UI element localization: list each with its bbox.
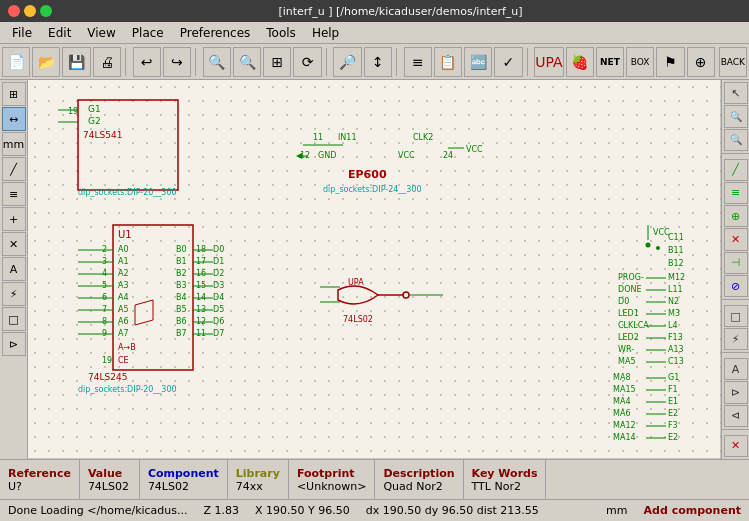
svg-text:B6: B6	[176, 317, 187, 326]
move-tool[interactable]: ↔	[2, 107, 26, 131]
redo-button[interactable]: ↪	[163, 47, 191, 77]
svg-point-86	[403, 292, 409, 298]
svg-text:D0: D0	[618, 297, 629, 306]
menu-edit[interactable]: Edit	[40, 24, 79, 42]
svg-text:B4: B4	[176, 293, 187, 302]
svg-text:WR-: WR-	[618, 345, 634, 354]
netlist-button[interactable]: ≡	[404, 47, 432, 77]
undo-button[interactable]: ↩	[133, 47, 161, 77]
bom-button[interactable]: 📋	[434, 47, 462, 77]
right-side-components: VCC C11 B11 B12 PROG- M12 DONE L11 D0 N2	[613, 225, 685, 442]
svg-text:B7: B7	[176, 329, 187, 338]
unit-indicator: mm	[602, 504, 631, 517]
svg-text:M12: M12	[668, 273, 685, 282]
junction-rt-button[interactable]: ⊕	[724, 205, 748, 227]
svg-text:A7: A7	[118, 329, 129, 338]
zoom-fit-button[interactable]: ⊞	[263, 47, 291, 77]
menu-view[interactable]: View	[79, 24, 123, 42]
svg-text:D7: D7	[213, 329, 224, 338]
back-button[interactable]: BACK	[719, 47, 747, 77]
svg-text:A1: A1	[118, 257, 129, 266]
keywords-label: Key Words	[472, 467, 538, 480]
component-rt-button[interactable]: □	[724, 305, 748, 327]
box-button[interactable]: BOX	[626, 47, 654, 77]
minimize-button[interactable]	[24, 5, 36, 17]
svg-text:MA14: MA14	[613, 433, 636, 442]
zoom-out-rt-button[interactable]: 🔍	[724, 129, 748, 151]
delete-rt-button[interactable]: ✕	[724, 435, 748, 457]
menu-preferences[interactable]: Preferences	[172, 24, 259, 42]
menu-help[interactable]: Help	[304, 24, 347, 42]
status-library: Library 74xx	[228, 460, 289, 499]
new-button[interactable]: 📄	[2, 47, 30, 77]
label-tool[interactable]: A	[2, 257, 26, 281]
power-tool[interactable]: ⚡	[2, 282, 26, 306]
netflag-tool[interactable]: ⊳	[2, 332, 26, 356]
xy-coords: X 190.50 Y 96.50	[251, 504, 354, 517]
zoom-in-rt-button[interactable]: 🔍	[724, 105, 748, 127]
hier-label-rt-button[interactable]: ⊲	[724, 405, 748, 427]
status-footprint: Footprint <Unknown>	[289, 460, 376, 499]
print-button[interactable]: 🖨	[93, 47, 121, 77]
highlight-button[interactable]: UPA	[534, 47, 563, 77]
svg-text:G1: G1	[668, 373, 679, 382]
svg-text:N2: N2	[668, 297, 679, 306]
annotate-button[interactable]: 🔤	[464, 47, 492, 77]
svg-text:19: 19	[102, 356, 112, 365]
noconnect-tool[interactable]: ✕	[2, 232, 26, 256]
wire-tool[interactable]: ╱	[2, 157, 26, 181]
window-controls[interactable]	[8, 5, 52, 17]
svg-text:MA5: MA5	[618, 357, 635, 366]
svg-text:C11: C11	[668, 233, 684, 242]
component-tool[interactable]: □	[2, 307, 26, 331]
select-tool[interactable]: ⊞	[2, 82, 26, 106]
zoom-out-button[interactable]: 🔍	[233, 47, 261, 77]
component-74ls02: UPA 74LS02	[320, 278, 443, 324]
toolbar-sep-1	[125, 48, 129, 76]
svg-point-98	[656, 246, 660, 250]
find-replace-button[interactable]: ↕	[364, 47, 392, 77]
zoom-redraw-button[interactable]: ⟳	[293, 47, 321, 77]
left-toolbar: ⊞ ↔ mm ╱ ≡ + ✕ A ⚡ □ ⊳	[0, 80, 28, 459]
bus-tool[interactable]: ≡	[2, 182, 26, 206]
net-button[interactable]: NET	[596, 47, 624, 77]
menu-tools[interactable]: Tools	[258, 24, 304, 42]
measure-tool[interactable]: mm	[2, 132, 26, 156]
raspberry-button[interactable]: 🍓	[566, 47, 594, 77]
menu-place[interactable]: Place	[124, 24, 172, 42]
maximize-button[interactable]	[40, 5, 52, 17]
text-rt-button[interactable]: A	[724, 358, 748, 380]
erc-button[interactable]: ✓	[494, 47, 522, 77]
canvas-area[interactable]: G1 G2 74LS541 dip_sockets:DIP-20__300 19…	[28, 80, 721, 459]
toolbar-sep-3	[326, 48, 330, 76]
junction-tool[interactable]: +	[2, 207, 26, 231]
noconnect-rt-button[interactable]: ✕	[724, 228, 748, 250]
svg-text:UPA: UPA	[348, 278, 364, 287]
status-description: Description Quad Nor2	[375, 460, 463, 499]
flag-button[interactable]: ⚑	[656, 47, 684, 77]
toolbar-sep-2	[195, 48, 199, 76]
zoom-level: Z 1.83	[200, 504, 244, 517]
zoom-in-button[interactable]: 🔍	[203, 47, 231, 77]
description-label: Description	[383, 467, 454, 480]
extra-button[interactable]: ⊕	[687, 47, 715, 77]
svg-text:MA8: MA8	[613, 373, 630, 382]
net-rt-button[interactable]: ⊘	[724, 275, 748, 297]
delta-coords: dx 190.50 dy 96.50 dist 213.55	[362, 504, 543, 517]
close-button[interactable]	[8, 5, 20, 17]
power-rt-button[interactable]: ⚡	[724, 328, 748, 350]
svg-text:B1: B1	[176, 257, 187, 266]
schematic-canvas[interactable]: G1 G2 74LS541 dip_sockets:DIP-20__300 19…	[28, 80, 721, 459]
svg-text:A13: A13	[668, 345, 684, 354]
open-button[interactable]: 📂	[32, 47, 60, 77]
cursor-rt-button[interactable]: ↖	[724, 82, 748, 104]
menu-file[interactable]: File	[4, 24, 40, 42]
bus-rt-button[interactable]: ≡	[724, 182, 748, 204]
save-button[interactable]: 💾	[62, 47, 90, 77]
component-74ls541: G1 G2 74LS541 dip_sockets:DIP-20__300 19	[58, 100, 178, 197]
global-label-rt-button[interactable]: ⊳	[724, 381, 748, 403]
find-button[interactable]: 🔎	[333, 47, 361, 77]
wire-rt-button[interactable]: ╱	[724, 159, 748, 181]
window-title: [interf_u ] [/home/kicaduser/demos/inter…	[60, 5, 741, 18]
buswire-rt-button[interactable]: ⊣	[724, 252, 748, 274]
